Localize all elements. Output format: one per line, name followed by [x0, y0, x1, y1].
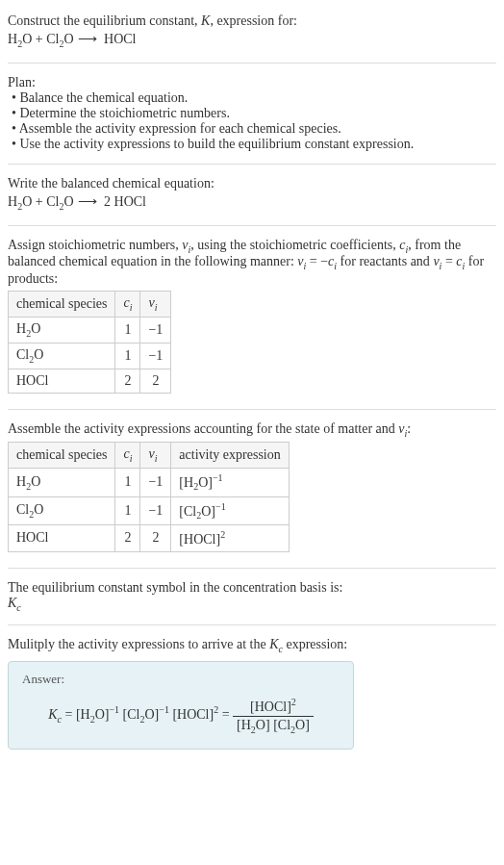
act-th-nu: νi: [140, 443, 171, 469]
table-row: HOCl 2 2: [9, 369, 171, 393]
st-th-nu-sub: i: [155, 302, 158, 313]
st-h-mid: , using the stoichiometric coefficients,: [190, 238, 399, 252]
act-th-nu-sub: i: [155, 453, 158, 464]
act-r3-nu: 2: [140, 525, 171, 552]
ans-t2-lb: [Cl: [123, 707, 140, 722]
act-r2-o: O: [34, 502, 43, 517]
ans-eq2: =: [218, 707, 233, 722]
st-h-mid3: for reactants and: [337, 254, 433, 268]
table-row: H2O 1 −1: [9, 317, 171, 343]
act-r1-h: H: [16, 474, 26, 489]
table-row: chemical species ci νi activity expressi…: [9, 443, 290, 469]
sym-sub: c: [16, 602, 20, 613]
balanced-section: Write the balanced chemical equation: H2…: [8, 170, 496, 219]
act-r2-sup: −1: [215, 501, 226, 512]
ans-k: K: [48, 707, 57, 722]
st-r3-species: HOCl: [9, 369, 115, 393]
act-r2-expr: [Cl2O]−1: [171, 496, 289, 524]
answer-label: Answer:: [22, 672, 340, 687]
answer-expression: Kc = [H2O]−1 [Cl2O]−1 [HOCl]2 = [HOCl]2[…: [22, 693, 340, 738]
ans-t1-lb: [H: [76, 707, 90, 722]
act-r1-c: 1: [115, 469, 140, 496]
bal-cl2o-o: O: [63, 194, 73, 209]
plan-item-4: • Use the activity expressions to build …: [8, 137, 496, 152]
act-r2-nu: −1: [140, 496, 171, 524]
ans-den-t1-rb: O]: [256, 718, 270, 732]
st-r1-h: H: [16, 321, 26, 336]
act-r3-expr: [HOCl]2: [171, 525, 289, 552]
act-r1-o: O: [31, 474, 40, 489]
stoich-section: Assign stoichiometric numbers, νi, using…: [8, 232, 496, 403]
mul-h-suffix: expression:: [283, 637, 347, 651]
divider: [8, 225, 496, 226]
table-row: chemical species ci νi: [9, 292, 171, 318]
act-r2-c: 1: [115, 496, 140, 524]
table-row: Cl2O 1 −1 [Cl2O]−1: [9, 496, 290, 524]
title-suffix: , expression for:: [210, 13, 297, 28]
activity-table: chemical species ci νi activity expressi…: [8, 442, 290, 551]
divider: [8, 164, 496, 165]
multiply-section: Mulitply the activity expressions to arr…: [8, 631, 496, 755]
plan-heading: Plan:: [8, 75, 496, 90]
act-r1-species: H2O: [9, 469, 115, 496]
ans-den-t2-lb: [Cl: [273, 718, 290, 732]
plan-item-1: • Balance the chemical equation.: [8, 90, 496, 106]
plan-item-3: • Assemble the activity expression for e…: [8, 121, 496, 137]
ans-num-lb: [HOCl]: [250, 700, 291, 714]
title-prefix: Construct the equilibrium constant,: [8, 13, 201, 28]
st-h-prefix: Assign stoichiometric numbers,: [8, 238, 182, 252]
plan-section: Plan: • Balance the chemical equation. •…: [8, 69, 496, 158]
st-th-c-sub: i: [130, 302, 133, 313]
ans-frac-num: [HOCl]2: [233, 697, 314, 717]
act-h-suffix: :: [407, 421, 411, 436]
sym-k: K: [8, 596, 16, 610]
st-th-c: ci: [115, 292, 140, 318]
st-eq2-eq: =: [441, 254, 456, 268]
activity-section: Assemble the activity expressions accoun…: [8, 416, 496, 562]
st-th-nu: νi: [140, 292, 171, 318]
activity-heading: Assemble the activity expressions accoun…: [8, 421, 496, 439]
eq-h2o-h: H: [8, 32, 17, 46]
act-r1-sup: −1: [213, 472, 223, 483]
symbol-section: The equilibrium constant symbol in the c…: [8, 574, 496, 619]
st-r2-nu: −1: [140, 343, 171, 369]
eq-h2o-o: O: [22, 32, 32, 46]
act-r2-cl: Cl: [16, 502, 29, 517]
stoich-table: chemical species ci νi H2O 1 −1 Cl2O 1 −…: [8, 291, 171, 393]
table-row: Cl2O 1 −1: [9, 343, 171, 369]
header-section: Construct the equilibrium constant, K, e…: [8, 8, 496, 57]
multiply-heading: Mulitply the activity expressions to arr…: [8, 637, 496, 654]
st-r1-nu: −1: [140, 317, 171, 343]
ans-t3-lb: [HOCl]: [172, 707, 214, 722]
ans-den-t2-rb: O]: [295, 718, 310, 732]
st-eq1-eq: = −: [306, 254, 328, 268]
eq-cl2o-o: O: [63, 32, 73, 46]
ans-frac-den: [H2O] [Cl2O]: [233, 717, 314, 735]
ans-eq: =: [62, 707, 76, 722]
st-r3-nu: 2: [140, 369, 171, 393]
stoich-heading: Assign stoichiometric numbers, νi, using…: [8, 238, 496, 288]
table-row: H2O 1 −1 [H2O]−1: [9, 469, 290, 496]
balanced-equation: H2O + Cl2O⟶ 2 HOCl: [8, 191, 496, 214]
act-r2-rb: O]: [201, 503, 215, 518]
table-row: HOCl 2 2 [HOCl]2: [9, 525, 290, 552]
mul-h-prefix: Mulitply the activity expressions to arr…: [8, 637, 269, 651]
act-th-species: chemical species: [9, 443, 115, 469]
st-r3-c: 2: [115, 369, 140, 393]
act-r1-expr: [H2O]−1: [171, 469, 289, 496]
eq-cl2o-cl: Cl: [46, 32, 59, 46]
answer-fraction: [HOCl]2[H2O] [Cl2O]: [233, 697, 314, 734]
eq-arrow: ⟶: [74, 32, 101, 46]
bal-h2o-o: O: [22, 194, 32, 209]
act-r2-lb: [Cl: [179, 503, 196, 518]
divider: [8, 63, 496, 64]
divider: [8, 624, 496, 625]
plan-item-2: • Determine the stoichiometric numbers.: [8, 106, 496, 121]
bal-rhs: 2 HOCl: [101, 194, 146, 209]
ans-t1-sup: −1: [109, 705, 119, 716]
act-th-c: ci: [115, 443, 140, 469]
answer-box: Answer: Kc = [H2O]−1 [Cl2O]−1 [HOCl]2 = …: [8, 661, 354, 749]
balanced-heading: Write the balanced chemical equation:: [8, 176, 496, 191]
act-r3-c: 2: [115, 525, 140, 552]
st-th-species: chemical species: [9, 292, 115, 318]
